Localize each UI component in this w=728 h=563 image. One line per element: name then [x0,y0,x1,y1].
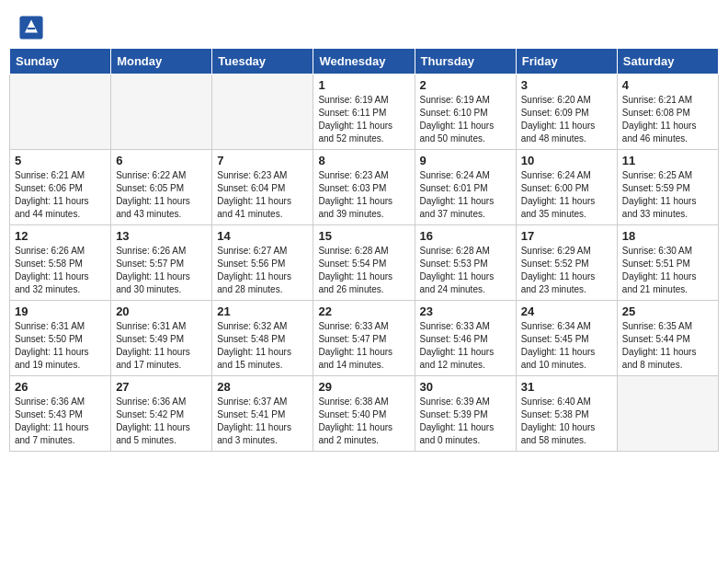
weekday-header-row: SundayMondayTuesdayWednesdayThursdayFrid… [10,49,719,75]
day-number: 10 [521,154,612,167]
day-number: 27 [116,380,207,394]
day-cell: 30Sunrise: 6:39 AM Sunset: 5:39 PM Dayli… [415,376,516,452]
day-info: Sunrise: 6:29 AM Sunset: 5:52 PM Dayligh… [521,245,612,296]
day-cell: 14Sunrise: 6:27 AM Sunset: 5:56 PM Dayli… [212,225,313,301]
day-cell: 20Sunrise: 6:31 AM Sunset: 5:49 PM Dayli… [111,301,212,376]
day-number: 14 [217,229,308,243]
day-info: Sunrise: 6:26 AM Sunset: 5:58 PM Dayligh… [15,245,106,296]
day-cell: 31Sunrise: 6:40 AM Sunset: 5:38 PM Dayli… [516,376,617,452]
day-cell: 29Sunrise: 6:38 AM Sunset: 5:40 PM Dayli… [313,376,415,452]
day-cell: 1Sunrise: 6:19 AM Sunset: 6:11 PM Daylig… [313,75,415,150]
day-info: Sunrise: 6:20 AM Sunset: 6:09 PM Dayligh… [521,94,612,145]
day-number: 22 [318,304,409,318]
day-number: 28 [217,380,308,394]
day-info: Sunrise: 6:35 AM Sunset: 5:44 PM Dayligh… [622,320,713,372]
day-info: Sunrise: 6:33 AM Sunset: 5:46 PM Dayligh… [420,320,511,372]
day-number: 21 [217,304,308,318]
weekday-header-sunday: Sunday [10,49,111,75]
weekday-header-tuesday: Tuesday [212,49,313,75]
day-cell: 8Sunrise: 6:23 AM Sunset: 6:03 PM Daylig… [313,150,415,225]
day-cell: 22Sunrise: 6:33 AM Sunset: 5:47 PM Dayli… [313,301,415,376]
day-info: Sunrise: 6:32 AM Sunset: 5:48 PM Dayligh… [217,320,308,372]
day-info: Sunrise: 6:24 AM Sunset: 6:00 PM Dayligh… [521,169,612,221]
logo-icon [18,15,44,40]
day-number: 8 [318,154,409,167]
calendar-table: SundayMondayTuesdayWednesdayThursdayFrid… [9,48,719,452]
day-info: Sunrise: 6:23 AM Sunset: 6:03 PM Dayligh… [318,169,409,221]
week-row-2: 5Sunrise: 6:21 AM Sunset: 6:06 PM Daylig… [10,150,719,225]
day-cell: 3Sunrise: 6:20 AM Sunset: 6:09 PM Daylig… [516,75,617,150]
day-number: 23 [420,304,511,318]
day-info: Sunrise: 6:38 AM Sunset: 5:40 PM Dayligh… [318,396,409,447]
page-header [0,0,728,48]
day-cell [617,376,718,452]
day-info: Sunrise: 6:27 AM Sunset: 5:56 PM Dayligh… [217,245,308,296]
day-cell: 18Sunrise: 6:30 AM Sunset: 5:51 PM Dayli… [617,225,718,301]
day-cell: 9Sunrise: 6:24 AM Sunset: 6:01 PM Daylig… [415,150,516,225]
day-number: 26 [15,380,106,394]
day-number: 20 [116,304,207,318]
day-cell: 19Sunrise: 6:31 AM Sunset: 5:50 PM Dayli… [10,301,111,376]
day-info: Sunrise: 6:30 AM Sunset: 5:51 PM Dayligh… [622,245,713,296]
day-cell: 24Sunrise: 6:34 AM Sunset: 5:45 PM Dayli… [516,301,617,376]
weekday-header-friday: Friday [516,49,617,75]
day-info: Sunrise: 6:26 AM Sunset: 5:57 PM Dayligh… [116,245,207,296]
day-number: 3 [521,78,612,92]
day-cell: 12Sunrise: 6:26 AM Sunset: 5:58 PM Dayli… [10,225,111,301]
day-cell: 23Sunrise: 6:33 AM Sunset: 5:46 PM Dayli… [415,301,516,376]
day-cell: 15Sunrise: 6:28 AM Sunset: 5:54 PM Dayli… [313,225,415,301]
day-number: 7 [217,154,308,167]
day-number: 17 [521,229,612,243]
day-cell: 5Sunrise: 6:21 AM Sunset: 6:06 PM Daylig… [10,150,111,225]
day-info: Sunrise: 6:37 AM Sunset: 5:41 PM Dayligh… [217,396,308,447]
logo [18,15,48,40]
svg-rect-2 [28,28,35,29]
week-row-1: 1Sunrise: 6:19 AM Sunset: 6:11 PM Daylig… [10,75,719,150]
day-cell: 4Sunrise: 6:21 AM Sunset: 6:08 PM Daylig… [617,75,718,150]
day-number: 12 [15,229,106,243]
day-cell: 27Sunrise: 6:36 AM Sunset: 5:42 PM Dayli… [111,376,212,452]
day-cell: 13Sunrise: 6:26 AM Sunset: 5:57 PM Dayli… [111,225,212,301]
day-cell [10,75,111,150]
week-row-3: 12Sunrise: 6:26 AM Sunset: 5:58 PM Dayli… [10,225,719,301]
day-info: Sunrise: 6:21 AM Sunset: 6:08 PM Dayligh… [622,94,713,145]
day-info: Sunrise: 6:25 AM Sunset: 5:59 PM Dayligh… [622,169,713,221]
day-cell: 10Sunrise: 6:24 AM Sunset: 6:00 PM Dayli… [516,150,617,225]
day-number: 6 [116,154,207,167]
day-cell: 7Sunrise: 6:23 AM Sunset: 6:04 PM Daylig… [212,150,313,225]
day-number: 25 [622,304,713,318]
day-info: Sunrise: 6:33 AM Sunset: 5:47 PM Dayligh… [318,320,409,372]
day-cell: 2Sunrise: 6:19 AM Sunset: 6:10 PM Daylig… [415,75,516,150]
day-cell [212,75,313,150]
day-info: Sunrise: 6:28 AM Sunset: 5:53 PM Dayligh… [420,245,511,296]
day-number: 15 [318,229,409,243]
day-cell: 16Sunrise: 6:28 AM Sunset: 5:53 PM Dayli… [415,225,516,301]
day-info: Sunrise: 6:19 AM Sunset: 6:11 PM Dayligh… [318,94,409,145]
day-info: Sunrise: 6:40 AM Sunset: 5:38 PM Dayligh… [521,396,612,447]
day-number: 4 [622,78,713,92]
day-number: 16 [420,229,511,243]
day-number: 1 [318,78,409,92]
day-info: Sunrise: 6:39 AM Sunset: 5:39 PM Dayligh… [420,396,511,447]
day-info: Sunrise: 6:28 AM Sunset: 5:54 PM Dayligh… [318,245,409,296]
weekday-header-wednesday: Wednesday [313,49,415,75]
day-cell: 21Sunrise: 6:32 AM Sunset: 5:48 PM Dayli… [212,301,313,376]
day-info: Sunrise: 6:23 AM Sunset: 6:04 PM Dayligh… [217,169,308,221]
day-cell: 26Sunrise: 6:36 AM Sunset: 5:43 PM Dayli… [10,376,111,452]
week-row-4: 19Sunrise: 6:31 AM Sunset: 5:50 PM Dayli… [10,301,719,376]
day-cell [111,75,212,150]
day-info: Sunrise: 6:22 AM Sunset: 6:05 PM Dayligh… [116,169,207,221]
day-info: Sunrise: 6:31 AM Sunset: 5:50 PM Dayligh… [15,320,106,372]
weekday-header-saturday: Saturday [617,49,718,75]
week-row-5: 26Sunrise: 6:36 AM Sunset: 5:43 PM Dayli… [10,376,719,452]
day-number: 9 [420,154,511,167]
day-number: 18 [622,229,713,243]
day-cell: 17Sunrise: 6:29 AM Sunset: 5:52 PM Dayli… [516,225,617,301]
day-cell: 11Sunrise: 6:25 AM Sunset: 5:59 PM Dayli… [617,150,718,225]
day-info: Sunrise: 6:21 AM Sunset: 6:06 PM Dayligh… [15,169,106,221]
day-info: Sunrise: 6:36 AM Sunset: 5:43 PM Dayligh… [15,396,106,447]
day-cell: 28Sunrise: 6:37 AM Sunset: 5:41 PM Dayli… [212,376,313,452]
day-info: Sunrise: 6:36 AM Sunset: 5:42 PM Dayligh… [116,396,207,447]
day-info: Sunrise: 6:31 AM Sunset: 5:49 PM Dayligh… [116,320,207,372]
day-number: 13 [116,229,207,243]
